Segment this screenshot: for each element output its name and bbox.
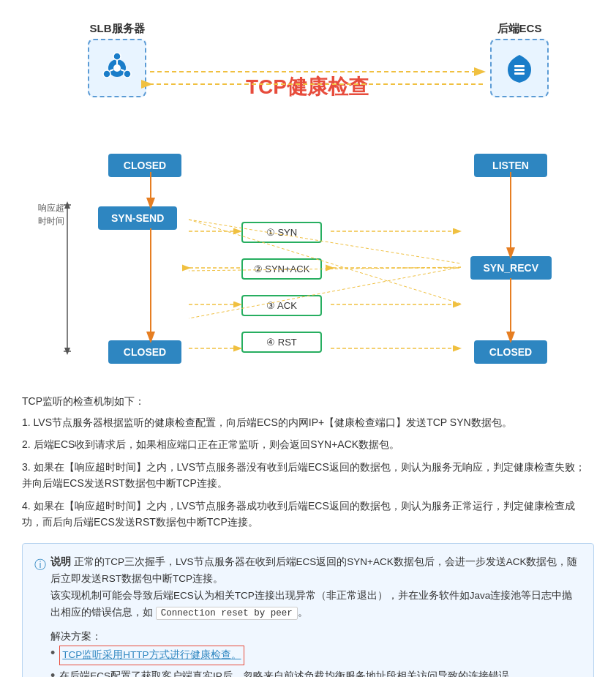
step-2: 2. 后端ECS收到请求后，如果相应端口正在正常监听，则会返回SYN+ACK数据… (22, 436, 594, 452)
svg-line-31 (189, 220, 461, 304)
note-text1: 正常的TCP三次握手，LVS节点服务器在收到后端ECS返回的SYN+ACK数据包… (50, 556, 577, 584)
slb-server: SLB服务器 (88, 22, 146, 97)
step-1-text: LVS节点服务器根据监听的健康检查配置，向后端ECS的内网IP+【健康检查端口】… (34, 416, 512, 428)
note-icon: ⓘ (34, 555, 46, 575)
note-code: Connection reset by peer (156, 607, 298, 620)
msg-syn: ① SYN (241, 222, 322, 243)
tcp-title: TCP健康检查 (154, 73, 461, 101)
bullet-1: • (50, 646, 55, 662)
solution-1-text[interactable]: TCP监听采用HTTP方式进行健康检查。 (59, 646, 244, 665)
note-solutions: 解决方案： • TCP监听采用HTTP方式进行健康检查。 • 在后端ECS配置了… (50, 629, 582, 677)
step-1: 1. LVS节点服务器根据监听的健康检查配置，向后端ECS的内网IP+【健康检查… (22, 414, 594, 430)
content-section: TCP监听的检查机制如下： 1. LVS节点服务器根据监听的健康检查配置，向后端… (22, 395, 594, 677)
msg-ack: ③ ACK (241, 295, 322, 316)
svg-point-4 (124, 70, 131, 78)
solution-2: • 在后端ECS配置了获取客户端真实IP后，忽略来自前述负载均衡服务地址段相关访… (50, 668, 582, 677)
state-ecs-listen: LISTEN (474, 154, 547, 177)
svg-point-3 (103, 70, 110, 78)
step-2-text: 后端ECS收到请求后，如果相应端口正在正常监听，则会返回SYN+ACK数据包。 (34, 438, 400, 450)
response-time-label: 响应超时时间 (38, 201, 67, 228)
slb-label: SLB服务器 (90, 22, 145, 36)
note-box: ⓘ 说明正常的TCP三次握手，LVS节点服务器在收到后端ECS返回的SYN+AC… (22, 543, 594, 677)
diagram-area: SLB服务器 后端ECS (22, 15, 593, 388)
section-intro: TCP监听的检查机制如下： (22, 395, 594, 408)
note-text2: 该实现机制可能会导致后端ECS认为相关TCP连接出现异常（非正常退出），并在业务… (50, 590, 572, 618)
step-list: 1. LVS节点服务器根据监听的健康检查配置，向后端ECS的内网IP+【健康检查… (22, 414, 594, 530)
solution-2-text: 在后端ECS配置了获取客户端真实IP后，忽略来自前述负载均衡服务地址段相关访问导… (59, 668, 519, 677)
slb-icon (88, 39, 146, 97)
ecs-icon (490, 39, 549, 97)
note-title: 说明 (50, 556, 71, 567)
svg-rect-10 (514, 72, 525, 75)
step-3: 3. 如果在【响应超时时间】之内，LVS节点服务器没有收到后端ECS返回的数据包… (22, 459, 594, 492)
msg-rst: ④ RST (241, 332, 322, 353)
svg-point-2 (113, 53, 121, 60)
state-ecs-closed: CLOSED (474, 340, 547, 364)
svg-line-33 (189, 267, 461, 318)
state-slb-closed-top: CLOSED (108, 154, 181, 177)
ecs-label: 后端ECS (497, 22, 542, 36)
svg-rect-9 (514, 69, 525, 71)
ecs-server: 后端ECS (490, 22, 549, 97)
step-3-text: 如果在【响应超时时间】之内，LVS节点服务器没有收到后端ECS返回的数据包，则认… (22, 461, 585, 489)
svg-rect-8 (514, 65, 525, 67)
solutions-label: 解决方案： (50, 629, 582, 646)
note-header: ⓘ 说明正常的TCP三次握手，LVS节点服务器在收到后端ECS返回的SYN+AC… (34, 554, 582, 677)
solution-1: • TCP监听采用HTTP方式进行健康检查。 (50, 646, 582, 665)
state-ecs-syn-recv: SYN_RECV (470, 256, 552, 280)
svg-marker-21 (64, 348, 70, 355)
step-4: 4. 如果在【响应超时时间】之内，LVS节点服务器成功收到后端ECS返回的数据包… (22, 498, 594, 531)
svg-line-30 (189, 220, 461, 263)
msg-syn-ack: ② SYN+ACK (241, 258, 322, 280)
note-content: 说明正常的TCP三次握手，LVS节点服务器在收到后端ECS返回的SYN+ACK数… (50, 554, 582, 677)
svg-line-32 (189, 267, 461, 271)
note-text3: 。 (298, 607, 308, 618)
state-slb-closed-bottom: CLOSED (108, 340, 181, 364)
svg-point-1 (113, 64, 121, 72)
bullet-2: • (50, 668, 55, 677)
state-slb-syn-send: SYN-SEND (98, 206, 177, 230)
step-4-text: 如果在【响应超时时间】之内，LVS节点服务器成功收到后端ECS返回的数据包，则认… (22, 500, 575, 528)
